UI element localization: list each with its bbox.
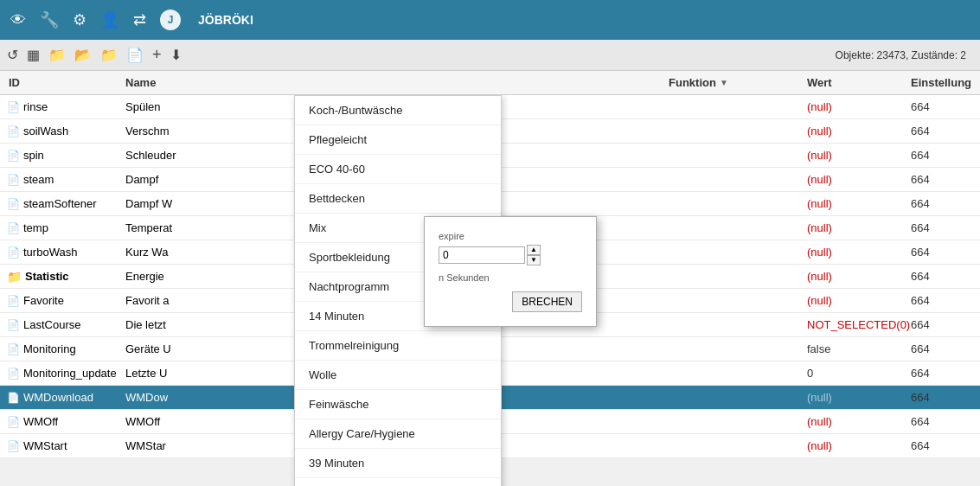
cell-name: WMDow bbox=[125, 391, 294, 404]
cell-einstellung: 664 bbox=[911, 149, 980, 162]
file-icon: 📄 bbox=[7, 150, 20, 162]
cell-wert: NOT_SELECTED(0) bbox=[807, 318, 911, 331]
folder-icon: 📁 bbox=[7, 270, 22, 284]
col-name-header: Name bbox=[125, 76, 294, 89]
network-icon[interactable]: ⇄ bbox=[133, 10, 146, 29]
cell-einstellung: 664 bbox=[911, 221, 980, 234]
cell-wert: (null) bbox=[807, 439, 911, 452]
dropdown-item[interactable]: Allergy Care/Hygiene bbox=[295, 419, 501, 449]
file-icon[interactable]: 📄 bbox=[126, 47, 144, 63]
cell-name: Temperat bbox=[125, 221, 294, 234]
logo-icon: J bbox=[160, 10, 181, 30]
spinner-up[interactable]: ▲ bbox=[527, 245, 541, 255]
cell-einstellung: 664 bbox=[911, 318, 980, 331]
folder-icon[interactable]: 📁 bbox=[48, 47, 66, 63]
cell-einstellung: 664 bbox=[911, 415, 980, 428]
main-toolbar: 👁 🔧 ⚙ 👤 ⇄ J JÖBRÖKI bbox=[0, 0, 980, 40]
cell-id: 📄 Favorite bbox=[0, 294, 125, 307]
cell-wert: (null) bbox=[807, 197, 911, 210]
dropdown-item[interactable]: Bettdecken bbox=[295, 184, 501, 214]
cell-id: 📄 spin bbox=[0, 149, 125, 162]
cell-id: 📄 LastCourse bbox=[0, 318, 125, 331]
cell-name: Die letzt bbox=[125, 318, 294, 331]
seconds-label: n Sekunden bbox=[439, 272, 582, 283]
file-icon: 📄 bbox=[7, 440, 20, 452]
cell-wert: (null) bbox=[807, 294, 911, 307]
cell-einstellung: 664 bbox=[911, 270, 980, 283]
cell-einstellung: 664 bbox=[911, 173, 980, 186]
dropdown-item[interactable]: Pflegeleicht bbox=[295, 125, 501, 155]
cell-id: 📄 Monitoring_update bbox=[0, 367, 125, 380]
dropdown-item[interactable]: Feinwäsche bbox=[295, 390, 501, 419]
cancel-button[interactable]: BRECHEN bbox=[512, 291, 582, 312]
file-icon: 📄 bbox=[7, 416, 20, 428]
cell-wert: (null) bbox=[807, 100, 911, 113]
cell-id: 📄 WMDownload bbox=[0, 391, 125, 404]
dropdown-item[interactable]: Koch-/Buntwäsche bbox=[295, 96, 501, 125]
modal-dialog: expire ▲ ▼ n Sekunden BRECHEN bbox=[424, 216, 597, 327]
expire-input[interactable] bbox=[439, 246, 525, 264]
cell-id: 📄 Monitoring bbox=[0, 342, 125, 355]
cell-id: 📄 steam bbox=[0, 173, 125, 186]
app-title: JÖBRÖKI bbox=[198, 13, 253, 27]
col-einstellung-header: Einstellung bbox=[911, 76, 980, 89]
col-wert-header: Wert bbox=[807, 76, 911, 89]
refresh-icon[interactable]: ↺ bbox=[7, 47, 18, 63]
cell-id: 📁 Statistic bbox=[0, 270, 125, 284]
modal-buttons: BRECHEN bbox=[439, 291, 582, 312]
file-icon: 📄 bbox=[7, 222, 20, 234]
cell-einstellung: 664 bbox=[911, 246, 980, 259]
cell-einstellung: 664 bbox=[911, 294, 980, 307]
cell-wert: (null) bbox=[807, 221, 911, 234]
cell-name: Kurz Wa bbox=[125, 246, 294, 259]
grid-icon[interactable]: ▦ bbox=[27, 47, 40, 63]
cell-name: Spülen bbox=[125, 100, 294, 113]
cell-id: 📄 steamSoftener bbox=[0, 197, 125, 210]
file-icon: 📄 bbox=[7, 174, 20, 186]
dropdown-item[interactable]: Wolle bbox=[295, 361, 501, 390]
file-icon: 📄 bbox=[7, 198, 20, 210]
cell-wert: 0 bbox=[807, 367, 911, 380]
cell-name: Favorit a bbox=[125, 294, 294, 307]
expire-label: expire bbox=[439, 231, 582, 241]
cell-wert: (null) bbox=[807, 173, 911, 186]
dropdown-item[interactable]: Babybekleidung bbox=[295, 478, 501, 486]
dropdown-item[interactable]: 39 Minuten bbox=[295, 449, 501, 478]
arrow-down-icon[interactable]: ⬇ bbox=[170, 47, 182, 63]
cell-name: WMOff bbox=[125, 415, 294, 428]
cell-einstellung: 664 bbox=[911, 391, 980, 404]
cell-id: 📄 WMOff bbox=[0, 415, 125, 428]
cell-id: 📄 turboWash bbox=[0, 246, 125, 259]
folder-blue-icon[interactable]: 📁 bbox=[100, 47, 118, 63]
cell-wert: (null) bbox=[807, 270, 911, 283]
cell-wert: (null) bbox=[807, 125, 911, 137]
cell-name: Verschm bbox=[125, 125, 294, 137]
spinner-down[interactable]: ▼ bbox=[527, 255, 541, 265]
file-icon: 📄 bbox=[7, 246, 20, 259]
file-icon: 📄 bbox=[7, 125, 20, 137]
cell-name: WMStar bbox=[125, 439, 294, 452]
col-id-header: ID bbox=[0, 76, 125, 89]
funktion-dropdown-arrow[interactable]: ▼ bbox=[720, 78, 728, 87]
file-icon: 📄 bbox=[7, 343, 20, 355]
wrench-icon[interactable]: 🔧 bbox=[40, 10, 59, 29]
col-funktion-header[interactable]: Funktion ▼ bbox=[669, 76, 807, 89]
file-icon: 📄 bbox=[7, 101, 20, 113]
gear-icon[interactable]: ⚙ bbox=[73, 10, 86, 29]
cell-id: 📄 temp bbox=[0, 221, 125, 234]
spinner-controls: ▲ ▼ bbox=[527, 245, 541, 265]
cell-wert: (null) bbox=[807, 149, 911, 162]
dropdown-item[interactable]: ECO 40-60 bbox=[295, 155, 501, 184]
table-body: 📄 rinse Spülen (null) 664 📄 soilWash Ver… bbox=[0, 95, 980, 486]
cell-einstellung: 664 bbox=[911, 100, 980, 113]
plus-icon[interactable]: + bbox=[152, 46, 162, 64]
secondary-toolbar: ↺ ▦ 📁 📂 📁 📄 + ⬇ Objekte: 23473, Zustände… bbox=[0, 40, 980, 71]
cell-wert: (null) bbox=[807, 391, 911, 404]
folder-open-icon[interactable]: 📂 bbox=[74, 47, 92, 63]
cell-wert: false bbox=[807, 342, 911, 355]
dropdown-item[interactable]: Trommelreinigung bbox=[295, 331, 501, 361]
file-icon: 📄 bbox=[7, 319, 20, 331]
user-icon[interactable]: 👤 bbox=[100, 10, 119, 29]
cell-name: Dampf W bbox=[125, 197, 294, 210]
eye-icon[interactable]: 👁 bbox=[10, 11, 26, 29]
